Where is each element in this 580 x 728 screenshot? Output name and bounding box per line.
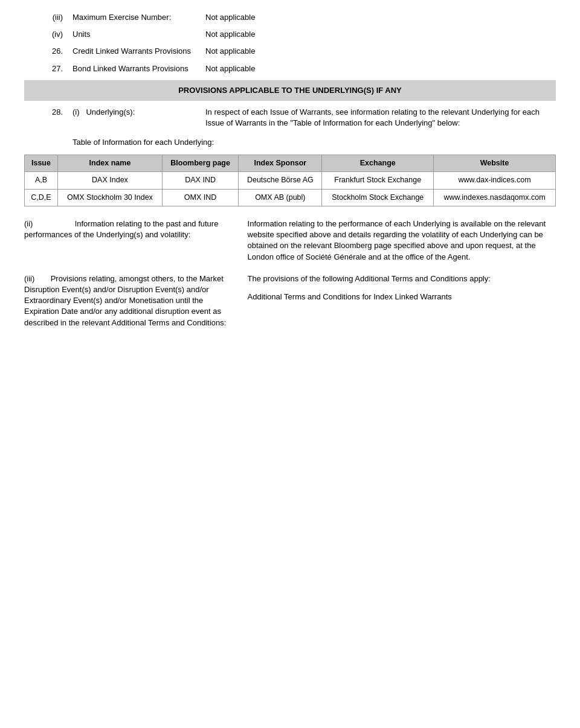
section-iii-left: (iii) Provisions relating, amongst other… bbox=[24, 273, 248, 328]
td-exchange-1: Stockholm Stock Exchange bbox=[322, 189, 434, 206]
td-website-1: www.indexes.nasdaqomx.com bbox=[434, 189, 556, 206]
td-sponsor-0: Deutsche Börse AG bbox=[239, 172, 322, 190]
th-bloomberg: Bloomberg page bbox=[163, 155, 239, 172]
td-issue-0: A,B bbox=[25, 172, 58, 190]
num-28: 28. bbox=[24, 107, 72, 118]
label-ii: Information relating to the past and fut… bbox=[24, 219, 218, 239]
roman-ii: (ii) bbox=[24, 219, 48, 229]
th-sponsor: Index Sponsor bbox=[239, 155, 322, 172]
value-28: In respect of each Issue of Warrants, se… bbox=[205, 107, 556, 129]
table-row: C,D,E OMX Stockholm 30 Index OMX IND OMX… bbox=[25, 189, 556, 206]
section-iii-right: The provisions of the following Addition… bbox=[248, 273, 556, 302]
value-26: Not applicable bbox=[205, 46, 556, 57]
row-max-exercise: (iii) Maximum Exercise Number: Not appli… bbox=[24, 12, 556, 23]
row-26: 26. Credit Linked Warrants Provisions No… bbox=[24, 46, 556, 57]
section-ii-left: (ii) Information relating to the past an… bbox=[24, 219, 248, 240]
td-index-1: OMX Stockholm 30 Index bbox=[57, 189, 162, 206]
section-iii: (iii) Provisions relating, amongst other… bbox=[24, 273, 556, 328]
table-heading: Table of Information for each Underlying… bbox=[72, 137, 556, 148]
td-sponsor-1: OMX AB (publ) bbox=[239, 189, 322, 206]
label-underlying: Underlying(s): bbox=[86, 107, 135, 117]
th-index-name: Index name bbox=[57, 155, 162, 172]
section-iii-right-text1: The provisions of the following Addition… bbox=[248, 273, 556, 284]
roman-28: (i) bbox=[72, 107, 80, 117]
value-max-exercise: Not applicable bbox=[205, 12, 556, 23]
th-website: Website bbox=[434, 155, 556, 172]
td-website-0: www.dax-indices.com bbox=[434, 172, 556, 190]
row-units: (iv) Units Not applicable bbox=[24, 29, 556, 40]
underlying-table: Issue Index name Bloomberg page Index Sp… bbox=[24, 155, 556, 207]
th-issue: Issue bbox=[25, 155, 58, 172]
value-27: Not applicable bbox=[205, 63, 556, 74]
td-index-0: DAX Index bbox=[57, 172, 162, 190]
label-units: Units bbox=[72, 29, 205, 40]
label-28: (i) Underlying(s): bbox=[72, 107, 205, 118]
roman-iii: (iii) bbox=[24, 273, 48, 284]
td-bloomberg-1: OMX IND bbox=[163, 189, 239, 206]
section-ii: (ii) Information relating to the past an… bbox=[24, 219, 556, 263]
section-ii-right: Information relating to the performance … bbox=[248, 219, 556, 263]
num-27: 27. bbox=[24, 63, 72, 74]
num-26: 26. bbox=[24, 46, 72, 57]
row-27: 27. Bond Linked Warrants Provisions Not … bbox=[24, 63, 556, 74]
td-exchange-0: Frankfurt Stock Exchange bbox=[322, 172, 434, 190]
label-iii: Provisions relating, amongst others, to … bbox=[24, 274, 226, 327]
table-row: A,B DAX Index DAX IND Deutsche Börse AG … bbox=[25, 172, 556, 190]
highlight-bar: PROVISIONS APPLICABLE TO THE UNDERLYING(… bbox=[24, 80, 556, 101]
num-iv: (iv) bbox=[24, 29, 72, 40]
td-bloomberg-0: DAX IND bbox=[163, 172, 239, 190]
td-issue-1: C,D,E bbox=[25, 189, 58, 206]
label-27: Bond Linked Warrants Provisions bbox=[72, 63, 205, 74]
row-28: 28. (i) Underlying(s): In respect of eac… bbox=[24, 107, 556, 129]
label-max-exercise: Maximum Exercise Number: bbox=[72, 12, 205, 23]
th-exchange: Exchange bbox=[322, 155, 434, 172]
num-iii: (iii) bbox=[24, 12, 72, 23]
section-iii-right-text2: Additional Terms and Conditions for Inde… bbox=[248, 292, 556, 302]
value-units: Not applicable bbox=[205, 29, 556, 40]
table-header-row: Issue Index name Bloomberg page Index Sp… bbox=[25, 155, 556, 172]
label-26: Credit Linked Warrants Provisions bbox=[72, 46, 205, 57]
